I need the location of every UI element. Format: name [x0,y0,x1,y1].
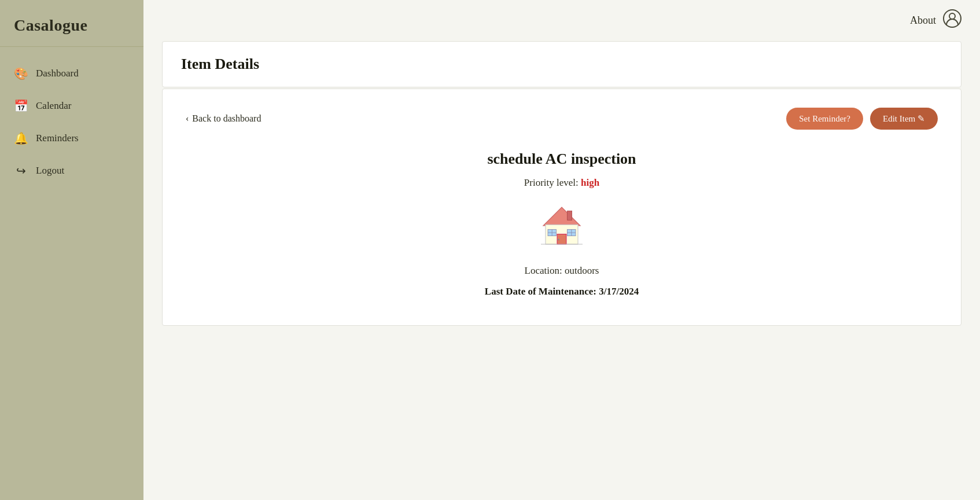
item-name: schedule AC inspection [487,150,636,168]
content-area: Item Details ‹ Back to dashboard Set Rem… [143,41,980,500]
sidebar-item-dashboard[interactable]: 🎨 Dashboard [0,58,143,89]
item-priority: Priority level: high [524,177,599,189]
item-content: schedule AC inspection Priority level: h… [186,150,938,297]
priority-label: Priority level: [524,177,579,188]
back-chevron-icon: ‹ [186,113,189,124]
logout-icon: ↪ [14,164,28,178]
sidebar-item-dashboard-label: Dashboard [36,68,79,79]
calendar-icon: 📅 [14,99,28,113]
sidebar: Casalogue 🎨 Dashboard 📅 Calendar 🔔 Remin… [0,0,143,500]
dashboard-icon: 🎨 [14,67,28,80]
sidebar-item-calendar[interactable]: 📅 Calendar [0,91,143,121]
sidebar-item-logout-label: Logout [36,165,64,177]
item-location: Location: outdoors [525,265,599,277]
house-icon [539,203,585,249]
reminders-icon: 🔔 [14,131,28,145]
user-icon[interactable] [943,9,961,32]
house-icon-container [539,203,585,251]
set-reminder-button[interactable]: Set Reminder? [786,108,863,130]
back-to-dashboard-link[interactable]: ‹ Back to dashboard [186,113,261,124]
svg-rect-3 [568,211,572,220]
app-logo: Casalogue [0,0,143,47]
item-detail-card: ‹ Back to dashboard Set Reminder? Edit I… [162,89,961,326]
priority-value: high [581,177,599,188]
edit-item-label: Edit Item ✎ [883,113,925,124]
about-link[interactable]: About [910,14,936,27]
card-top-row: ‹ Back to dashboard Set Reminder? Edit I… [186,108,938,130]
top-header: About [143,0,980,41]
sidebar-nav: 🎨 Dashboard 📅 Calendar 🔔 Reminders ↪ Log… [0,47,143,500]
svg-point-1 [949,13,955,19]
back-link-label: Back to dashboard [192,113,261,124]
page-title: Item Details [181,56,942,73]
sidebar-item-reminders[interactable]: 🔔 Reminders [0,123,143,153]
sidebar-item-reminders-label: Reminders [36,133,79,144]
edit-item-button[interactable]: Edit Item ✎ [870,108,938,130]
svg-marker-2 [543,207,580,226]
item-details-header-card: Item Details [162,41,961,87]
main-content: About Item Details ‹ Back to dashboard [143,0,980,500]
sidebar-item-logout[interactable]: ↪ Logout [0,156,143,186]
card-actions: Set Reminder? Edit Item ✎ [786,108,938,130]
svg-point-6 [558,238,559,240]
sidebar-item-calendar-label: Calendar [36,100,71,112]
item-maintenance: Last Date of Maintenance: 3/17/2024 [485,286,639,297]
